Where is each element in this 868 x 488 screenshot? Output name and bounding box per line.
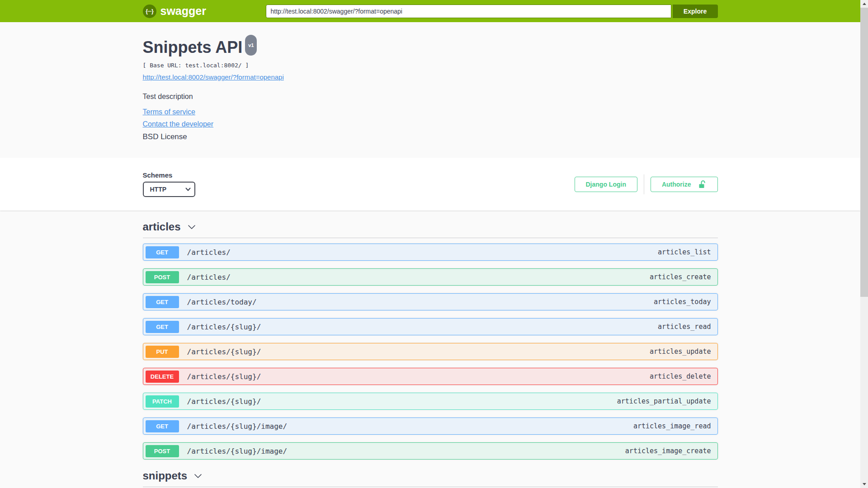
schemes-label: Schemes [143, 171, 195, 179]
section-tag-label: articles [143, 221, 181, 233]
operation-id: articles_today [654, 298, 711, 306]
operation-row[interactable]: GET /articles/{slug}/image/ articles_ima… [143, 418, 718, 435]
operations-container: articles GET /articles/ articles_list PO… [143, 221, 718, 488]
method-badge: GET [146, 296, 179, 308]
operation-row[interactable]: PUT /articles/{slug}/ articles_update [143, 343, 718, 360]
version-badge: v1 [245, 35, 257, 56]
explore-url-input[interactable] [266, 5, 671, 18]
license-label: BSD License [143, 132, 187, 141]
operation-row[interactable]: POST /articles/ articles_create [143, 268, 718, 286]
operation-path: /articles/ [187, 273, 650, 282]
chevron-down-icon[interactable] [186, 221, 197, 232]
unlocked-padlock-icon [698, 180, 707, 189]
operation-id: articles_list [658, 248, 711, 256]
operation-row[interactable]: PATCH /articles/{slug}/ articles_partial… [143, 393, 718, 410]
operation-id: articles_image_read [633, 422, 711, 430]
chevron-down-icon[interactable] [193, 470, 203, 481]
operation-id: articles_read [658, 323, 711, 331]
brand-label: swagger [160, 5, 206, 18]
tag-section: articles GET /articles/ articles_list PO… [143, 221, 718, 460]
operation-path: /articles/ [187, 248, 658, 257]
base-url: [ Base URL: test.local:8002/ ] [143, 62, 249, 69]
method-badge: DELETE [146, 371, 179, 383]
page: {···} swagger Explore Snippets APIv1 [ B… [0, 0, 860, 488]
method-badge: POST [146, 445, 179, 457]
operation-row[interactable]: GET /articles/ articles_list [143, 244, 718, 261]
auth-wrapper: Django Login Authorize [575, 174, 718, 194]
scheme-select[interactable]: HTTP [143, 182, 195, 197]
django-login-button[interactable]: Django Login [575, 177, 637, 192]
tag-header[interactable]: articles [143, 221, 718, 238]
section-tag-label: snippets [143, 469, 188, 482]
spec-link[interactable]: http://test.local:8002/swagger/?format=o… [143, 73, 284, 81]
operation-row[interactable]: POST /articles/{slug}/image/ articles_im… [143, 442, 718, 460]
api-title-text: Snippets API [143, 38, 243, 56]
swagger-brand: {···} swagger [143, 5, 266, 18]
scheme-container: Schemes HTTP Django Login Authorize [0, 158, 860, 211]
scrollbar-thumb[interactable] [860, 8, 868, 297]
operation-row[interactable]: GET /articles/{slug}/ articles_read [143, 318, 718, 335]
method-badge: GET [146, 246, 179, 258]
tag-header[interactable]: snippets [143, 469, 718, 487]
method-badge: PATCH [146, 395, 179, 408]
scrollbar-down-arrow[interactable] [860, 480, 868, 488]
swagger-logo-icon: {···} [143, 5, 156, 18]
operation-path: /articles/{slug}/ [187, 397, 617, 406]
operation-list: GET /articles/ articles_list POST /artic… [143, 244, 718, 460]
operation-id: articles_partial_update [617, 397, 711, 405]
tag-section: snippets GET /snippets/ snippets_list [143, 469, 718, 488]
authorize-label: Authorize [662, 181, 691, 188]
operation-id: articles_delete [650, 372, 711, 380]
contact-developer-link[interactable]: Contact the developer [143, 120, 214, 128]
api-description: Test description [143, 93, 193, 101]
explore-button[interactable]: Explore [673, 5, 718, 18]
operation-path: /articles/{slug}/ [187, 372, 650, 381]
authorize-button[interactable]: Authorize [651, 177, 718, 192]
scrollbar-up-arrow[interactable] [860, 0, 868, 8]
auth-divider [644, 174, 644, 194]
operation-id: articles_create [650, 273, 711, 281]
method-badge: GET [146, 420, 179, 432]
operation-row[interactable]: GET /articles/today/ articles_today [143, 293, 718, 310]
page-title: Snippets APIv1 [143, 38, 257, 59]
scrollbar[interactable] [860, 0, 868, 488]
topbar: {···} swagger Explore [0, 0, 860, 22]
operation-id: articles_update [650, 347, 711, 356]
operation-path: /articles/{slug}/ [187, 347, 650, 356]
operation-path: /articles/{slug}/image/ [187, 447, 625, 455]
terms-of-service-link[interactable]: Terms of service [143, 108, 195, 116]
operation-path: /articles/{slug}/ [187, 323, 658, 331]
operation-row[interactable]: DELETE /articles/{slug}/ articles_delete [143, 368, 718, 385]
operation-path: /articles/today/ [187, 298, 654, 306]
information-container: Snippets APIv1 [ Base URL: test.local:80… [0, 22, 860, 158]
schemes-block: Schemes HTTP [143, 171, 195, 197]
method-badge: POST [146, 271, 179, 283]
operation-path: /articles/{slug}/image/ [187, 422, 633, 431]
method-badge: PUT [146, 346, 179, 358]
operation-id: articles_image_create [625, 447, 711, 455]
method-badge: GET [146, 321, 179, 333]
